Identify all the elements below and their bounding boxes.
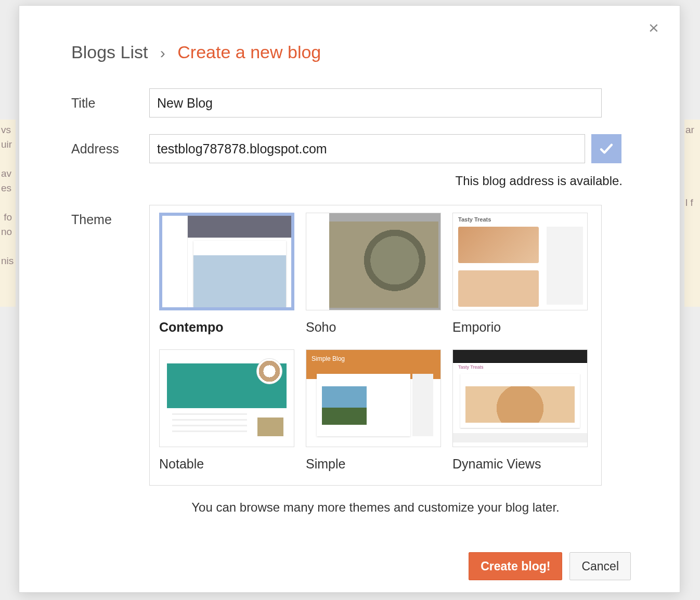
address-available-icon <box>591 134 621 163</box>
theme-name-label: Emporio <box>452 320 592 335</box>
breadcrumb-root[interactable]: Blogs List <box>71 42 148 62</box>
breadcrumb-separator: › <box>160 44 165 61</box>
address-status-message: This blog address is available. <box>149 174 623 188</box>
themes-container: Contempo Soho Emporio <box>149 205 602 486</box>
themes-hint-text: You can browse many more themes and cust… <box>149 500 602 515</box>
theme-thumbnail <box>306 349 441 447</box>
theme-label: Theme <box>71 205 149 227</box>
theme-option-contempo[interactable]: Contempo <box>159 213 299 335</box>
theme-name-label: Soho <box>306 320 445 335</box>
breadcrumb: Blogs List › Create a new blog <box>71 42 633 62</box>
theme-thumbnail <box>306 213 441 310</box>
theme-option-soho[interactable]: Soho <box>306 213 445 335</box>
theme-thumbnail <box>452 213 588 310</box>
theme-option-simple[interactable]: Simple <box>306 349 445 472</box>
theme-name-label: Dynamic Views <box>452 456 592 472</box>
create-blog-dialog: × Blogs List › Create a new blog Title A… <box>19 5 680 593</box>
modal-overlay: × Blogs List › Create a new blog Title A… <box>0 0 700 600</box>
theme-name-label: Notable <box>159 456 299 472</box>
theme-thumbnail <box>159 349 294 447</box>
theme-name-label: Contempo <box>159 320 299 335</box>
cancel-button[interactable]: Cancel <box>569 552 631 580</box>
create-blog-button[interactable]: Create blog! <box>469 552 562 580</box>
theme-thumbnail <box>159 213 294 310</box>
dialog-footer: Create blog! Cancel <box>71 552 633 580</box>
address-input[interactable] <box>149 134 585 163</box>
title-input[interactable] <box>149 88 602 118</box>
close-icon[interactable]: × <box>649 20 663 35</box>
theme-option-notable[interactable]: Notable <box>159 349 299 472</box>
title-label: Title <box>71 88 149 111</box>
breadcrumb-current: Create a new blog <box>177 42 321 62</box>
theme-option-dynamic-views[interactable]: Tasty Treats Dynamic Views <box>452 349 592 472</box>
theme-thumbnail: Tasty Treats <box>452 349 588 447</box>
theme-name-label: Simple <box>306 456 445 472</box>
address-label: Address <box>71 134 149 156</box>
theme-option-emporio[interactable]: Emporio <box>452 213 592 335</box>
